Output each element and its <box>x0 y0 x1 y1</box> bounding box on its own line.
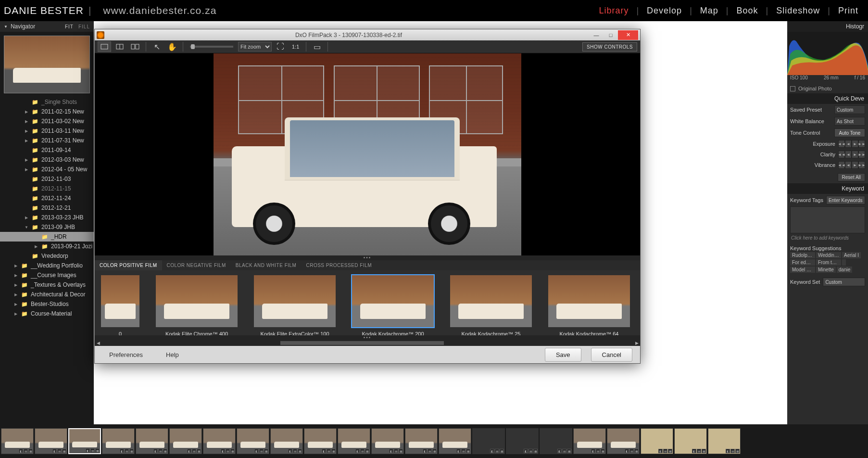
folder-row[interactable]: ▶📁__Course Images <box>0 270 94 280</box>
auto-tone-button[interactable]: Auto Tone <box>834 128 865 137</box>
folder-row[interactable]: 📁_HDR <box>0 232 94 242</box>
module-book[interactable]: Book <box>731 6 764 16</box>
folder-row[interactable]: ▶📁2011-03-11 New <box>0 126 94 136</box>
film-preset[interactable]: Kodak Kodachrome™ 200 <box>350 275 436 335</box>
filmstrip-thumb[interactable]: ◧▤▦ <box>371 428 404 454</box>
scrollbar-thumb[interactable] <box>280 341 444 345</box>
filmstrip-thumb[interactable]: ◧▤▦ <box>607 428 640 454</box>
filmstrip-thumb[interactable]: ◧▤▦ <box>540 428 572 454</box>
fit-screen-icon[interactable]: ⛶ <box>274 41 287 52</box>
keyword-suggestion[interactable] <box>842 259 846 266</box>
zoom-slider[interactable] <box>190 46 233 48</box>
scroll-grip[interactable]: ••• <box>95 335 640 340</box>
filmstrip-thumb[interactable]: ◧▤▦ <box>338 428 370 454</box>
reset-all-button[interactable]: Reset All <box>838 173 865 181</box>
window-titlebar[interactable]: DxO FilmPack 3 - 130907-130338-ed-2.tif … <box>95 29 640 40</box>
keyword-tags-mode[interactable]: Enter Keywords <box>826 196 865 204</box>
film-preset[interactable]: Kodak Elite ExtraColor™ 100 <box>252 275 338 335</box>
filmstrip-thumb[interactable]: ◧▤▦ <box>102 428 135 454</box>
tab-cross-processed[interactable]: CROSS PROCESSED FILM <box>301 260 377 270</box>
folder-row[interactable]: 📁2011-09-14 <box>0 145 94 155</box>
film-preset[interactable]: Kodak Elite Chrome™ 400 <box>153 275 240 335</box>
filmstrip-thumb[interactable]: ◧▤▦ <box>573 428 606 454</box>
film-preset[interactable]: 0 <box>99 275 142 335</box>
keyword-suggestion[interactable]: Rudolph & S… <box>790 252 815 258</box>
folder-row[interactable]: ▶📁2011-07-31 New <box>0 136 94 145</box>
folder-row[interactable]: 📁2012-11-03 <box>0 174 94 184</box>
help-button[interactable]: Help <box>159 348 186 361</box>
folder-row[interactable]: ▶📁Architectural & Decor <box>0 290 94 299</box>
tab-bw[interactable]: BLACK AND WHITE FILM <box>231 260 302 270</box>
film-preset[interactable]: Kodak Kodachrome™ 64 <box>546 275 632 335</box>
filmstrip-thumb[interactable]: ◧▤▦ <box>1 428 34 454</box>
preferences-button[interactable]: Preferences <box>102 348 150 361</box>
keywording-header[interactable]: Keyword <box>787 183 868 194</box>
folder-row[interactable]: 📁_Single Shots <box>0 97 94 107</box>
zoom-select[interactable]: Fit zoom <box>238 42 272 51</box>
histogram-header[interactable]: Histogr <box>787 21 868 32</box>
module-map[interactable]: Map <box>694 6 724 16</box>
histogram[interactable] <box>787 32 868 75</box>
keyword-suggestion[interactable]: From the Ar… <box>816 259 841 266</box>
filmstrip-thumb[interactable]: ◧▤▦ <box>472 428 505 454</box>
scroll-left-icon[interactable]: ◀ <box>95 340 101 346</box>
filmstrip-thumb[interactable]: ◧▤▦ <box>136 428 168 454</box>
exposure-stepper[interactable]: ◄◄◄►►► <box>838 140 865 148</box>
keyword-suggestion[interactable]: Minette <box>816 267 836 273</box>
folder-row[interactable]: 📁Vrededorp <box>0 251 94 261</box>
clarity-stepper[interactable]: ◄◄◄►►► <box>838 151 865 158</box>
folder-row[interactable]: ▶📁__Wedding Portfolio <box>0 261 94 270</box>
module-print[interactable]: Print <box>832 6 864 16</box>
minimize-button[interactable]: — <box>589 30 604 40</box>
folder-row[interactable]: ▶📁2011-03-02 New <box>0 116 94 126</box>
maximize-button[interactable]: □ <box>604 30 618 40</box>
folder-row[interactable]: ▶📁_Textures & Overlays <box>0 280 94 290</box>
original-photo-toggle[interactable]: Original Photo <box>787 84 868 93</box>
cancel-button[interactable]: Cancel <box>591 348 632 362</box>
filmstrip-thumb[interactable]: ◧▤▦ <box>169 428 202 454</box>
folder-row[interactable]: ▶📁2012-03-03 New <box>0 155 94 165</box>
folder-row[interactable]: 📁2012-11-15 <box>0 184 94 193</box>
module-develop[interactable]: Develop <box>641 6 688 16</box>
filmstrip-thumb[interactable]: ◧▤▦ <box>439 428 471 454</box>
folder-row[interactable]: ▶📁Course-Material <box>0 309 94 318</box>
preset-scrollbar[interactable]: ◀ ▶ <box>95 340 640 346</box>
filmstrip-thumb[interactable]: ◧▤▦ <box>68 428 101 454</box>
folder-row[interactable]: ▼📁2013-09 JHB <box>0 222 94 232</box>
tab-color-negative[interactable]: COLOR NEGATIVE FILM <box>162 260 231 270</box>
folder-row[interactable]: ▶📁2013-09-21 Jozi <box>0 242 94 251</box>
keyword-suggestion[interactable]: Wedding P… <box>816 252 841 258</box>
save-button[interactable]: Save <box>545 348 581 362</box>
folder-row[interactable]: ▶📁Bester-Studios <box>0 299 94 309</box>
scroll-right-icon[interactable]: ▶ <box>633 340 640 346</box>
folder-row[interactable]: ▶📁2013-03-23 JHB <box>0 213 94 222</box>
filmstrip-thumb[interactable]: ◧▤▦ <box>641 428 673 454</box>
folder-row[interactable]: 📁2012-12-21 <box>0 203 94 213</box>
sidebyside-view-icon[interactable] <box>128 41 142 52</box>
single-view-icon[interactable] <box>98 41 111 52</box>
nav-fill[interactable]: FILL <box>78 24 90 29</box>
saved-preset-value[interactable]: Custom <box>834 105 865 114</box>
keyword-hint[interactable]: Click here to add keywords <box>787 235 868 243</box>
filmstrip-thumb[interactable]: ◧▤▦ <box>203 428 236 454</box>
info-overlay-icon[interactable]: ▭ <box>310 41 324 52</box>
keyword-input[interactable] <box>790 206 865 233</box>
navigator-thumbnail[interactable] <box>4 36 90 93</box>
film-preset[interactable]: Kodak Kodachrome™ 25 <box>448 275 534 335</box>
tab-color-positive[interactable]: COLOR POSITIVE FILM <box>95 260 162 270</box>
preview-area[interactable] <box>95 53 640 255</box>
filmstrip-thumb[interactable]: ◧▤▦ <box>35 428 67 454</box>
keyword-suggestion[interactable]: Aerial I <box>842 252 861 258</box>
folder-row[interactable]: ▶📁2011-02-15 New <box>0 107 94 116</box>
filmstrip-thumb[interactable]: ◧▤▦ <box>237 428 269 454</box>
filmstrip-thumb[interactable]: ◧▤▦ <box>506 428 539 454</box>
filmstrip-thumb[interactable]: ◧▤▦ <box>708 428 741 454</box>
module-slideshow[interactable]: Slideshow <box>770 6 826 16</box>
pointer-tool-icon[interactable]: ↖ <box>150 41 164 52</box>
filmstrip-thumb[interactable]: ◧▤▦ <box>405 428 438 454</box>
show-controls-button[interactable]: SHOW CONTROLS <box>582 42 637 51</box>
keyword-suggestion[interactable]: For educati… <box>790 259 815 266</box>
vibrance-stepper[interactable]: ◄◄◄►►► <box>838 161 865 169</box>
folder-row[interactable]: ▶📁2012-04 - 05 New <box>0 165 94 174</box>
checkbox-icon[interactable] <box>790 86 795 91</box>
